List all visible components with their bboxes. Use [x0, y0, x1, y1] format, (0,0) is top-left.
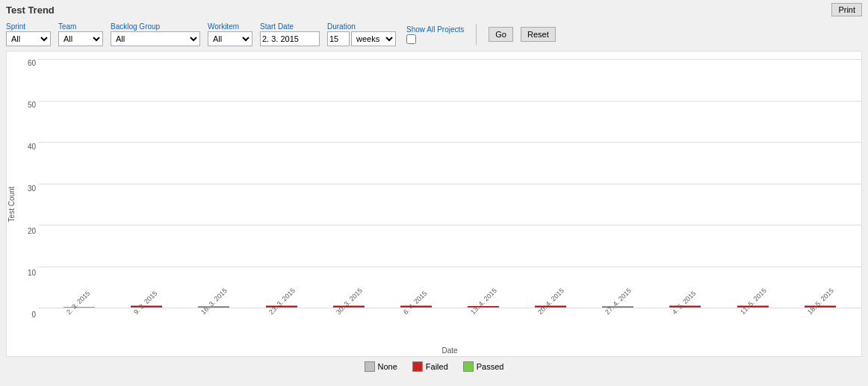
duration-input[interactable]: [327, 31, 350, 46]
chart-container: Test Count 60 50 40 30 20 10 0: [6, 51, 862, 357]
legend-failed-label: Failed: [426, 362, 448, 371]
legend-none-label: None: [378, 362, 397, 371]
y-tick-60: 60: [28, 59, 36, 67]
workitem-select[interactable]: All: [208, 31, 252, 46]
duration-unit-select[interactable]: weeks days: [351, 31, 396, 46]
y-tick-0: 0: [31, 311, 36, 319]
workitem-label: Workitem: [208, 22, 252, 31]
y-tick-40: 40: [28, 143, 36, 151]
chart-legend: None Failed Passed: [6, 357, 862, 376]
legend-passed: Passed: [463, 361, 504, 372]
legend-failed: Failed: [412, 361, 448, 372]
page-title: Test Trend: [6, 4, 55, 16]
start-date-input[interactable]: [260, 31, 320, 46]
legend-passed-box: [463, 361, 474, 372]
show-all-projects-label: Show All Projects: [406, 25, 464, 34]
sprint-label: Sprint: [6, 22, 51, 31]
team-label: Team: [58, 22, 103, 31]
team-select[interactable]: All: [58, 31, 103, 46]
print-button[interactable]: Print: [831, 3, 862, 16]
show-all-projects-checkbox[interactable]: [406, 34, 416, 44]
y-tick-20: 20: [28, 227, 36, 235]
legend-none: None: [365, 361, 397, 372]
go-button[interactable]: Go: [489, 27, 513, 42]
legend-none-box: [365, 361, 375, 372]
y-axis-label: Test Count: [8, 186, 16, 222]
y-tick-30: 30: [28, 184, 36, 193]
x-axis-label: Date: [38, 345, 861, 356]
legend-passed-label: Passed: [477, 362, 504, 371]
reset-button[interactable]: Reset: [521, 27, 556, 42]
y-tick-50: 50: [28, 101, 36, 109]
filter-divider: [476, 24, 477, 45]
start-date-label: Start Date: [260, 22, 320, 31]
y-tick-10: 10: [28, 269, 36, 277]
backlog-group-label: Backlog Group: [111, 22, 200, 31]
duration-label: Duration: [327, 22, 396, 31]
legend-failed-box: [412, 361, 423, 372]
backlog-group-select[interactable]: All: [111, 31, 200, 46]
sprint-select[interactable]: All: [6, 31, 51, 46]
chart-area: Test Count 60 50 40 30 20 10 0: [0, 51, 868, 376]
